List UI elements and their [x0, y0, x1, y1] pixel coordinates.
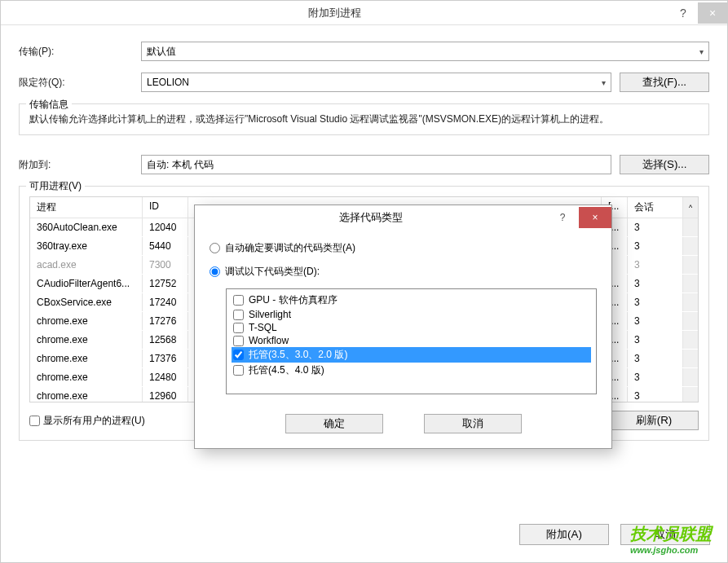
list-item[interactable]: 托管(3.5、3.0、2.0 版) — [232, 347, 591, 363]
cell-id: 17240 — [143, 293, 188, 311]
cell-id: 17376 — [143, 350, 188, 367]
list-item[interactable]: Silverlight — [232, 308, 591, 321]
attachto-field: 自动: 本机 代码 — [141, 155, 611, 174]
cell-process: CAudioFilterAgent6... — [30, 275, 143, 292]
cell-session: 3 — [628, 331, 683, 349]
debug-types-radio[interactable]: 调试以下代码类型(D): — [210, 265, 597, 279]
debug-radio-label: 调试以下代码类型(D): — [225, 265, 320, 279]
cell-process: chrome.exe — [30, 312, 143, 330]
transport-combobox[interactable]: 默认值 ▾ — [141, 42, 709, 61]
scrollbar-track[interactable] — [683, 256, 698, 274]
code-type-checkbox[interactable] — [233, 336, 244, 346]
scrollbar-track[interactable] — [683, 312, 698, 330]
select-code-type-dialog: 选择代码类型 ? × 自动确定要调试的代码类型(A) 调试以下代码类型(D): … — [194, 205, 612, 449]
help-icon[interactable]: ? — [668, 2, 698, 24]
code-type-checkbox[interactable] — [233, 310, 244, 320]
cell-process: 360AutoClean.exe — [30, 218, 143, 236]
col-session[interactable]: 会话 — [628, 197, 683, 218]
show-all-label: 显示所有用户的进程(U) — [43, 414, 145, 428]
code-type-checkbox[interactable] — [233, 350, 244, 360]
code-type-checkbox[interactable] — [233, 295, 244, 306]
list-item[interactable]: T-SQL — [232, 321, 591, 334]
scrollbar-track[interactable] — [683, 275, 698, 292]
list-item[interactable]: 托管(4.5、4.0 版) — [232, 363, 591, 378]
code-type-checkbox[interactable] — [233, 323, 244, 333]
cell-process: chrome.exe — [30, 387, 143, 402]
transport-info-text: 默认传输允许选择此计算机上的进程，或选择运行"Microsoft Visual … — [29, 112, 699, 126]
col-process[interactable]: 进程 — [30, 197, 143, 218]
code-type-label: GPU - 软件仿真程序 — [249, 293, 338, 307]
cell-id: 17276 — [143, 312, 188, 330]
cell-session: 3 — [628, 256, 683, 274]
scrollbar-track[interactable] — [683, 218, 698, 236]
modal-help-icon[interactable]: ? — [546, 207, 579, 228]
close-icon[interactable]: × — [698, 2, 727, 24]
refresh-button[interactable]: 刷新(R) — [609, 411, 699, 430]
modal-close-icon[interactable]: × — [579, 207, 611, 228]
transport-info-legend: 传输信息 — [26, 98, 72, 112]
code-type-label: Silverlight — [249, 309, 291, 320]
cell-process: chrome.exe — [30, 350, 143, 367]
scrollbar-track[interactable] — [683, 237, 698, 255]
scrollbar-track[interactable] — [683, 368, 698, 386]
cell-id: 12960 — [143, 387, 188, 402]
code-type-label: 托管(4.5、4.0 版) — [249, 363, 324, 377]
chevron-down-icon: ▾ — [602, 78, 606, 87]
code-type-checkbox[interactable] — [233, 365, 244, 376]
cell-session: 3 — [628, 293, 683, 311]
cell-id: 12568 — [143, 331, 188, 349]
select-button[interactable]: 选择(S)... — [620, 155, 709, 174]
find-button[interactable]: 查找(F)... — [620, 73, 709, 92]
scrollbar-track[interactable] — [683, 350, 698, 367]
cell-session: 3 — [628, 350, 683, 367]
transport-label: 传输(P): — [19, 45, 141, 59]
debug-radio-input[interactable] — [210, 266, 220, 277]
auto-radio-label: 自动确定要调试的代码类型(A) — [225, 241, 355, 255]
cell-session: 3 — [628, 312, 683, 330]
auto-radio-input[interactable] — [210, 243, 220, 253]
window-title: 附加到进程 — [1, 6, 668, 20]
cell-process: acad.exe — [30, 256, 143, 274]
qualifier-label: 限定符(Q): — [19, 76, 141, 90]
cell-id: 12040 — [143, 218, 188, 236]
cell-id: 5440 — [143, 237, 188, 255]
code-type-label: T-SQL — [249, 322, 277, 333]
transport-value: 默认值 — [147, 45, 176, 59]
modal-title: 选择代码类型 — [195, 210, 546, 225]
modal-cancel-button[interactable]: 取消 — [424, 414, 522, 433]
auto-detect-radio[interactable]: 自动确定要调试的代码类型(A) — [210, 241, 597, 255]
main-titlebar: 附加到进程 ? × — [1, 1, 727, 25]
col-id[interactable]: ID — [143, 197, 188, 218]
cell-id: 12480 — [143, 368, 188, 386]
cell-session: 3 — [628, 218, 683, 236]
code-type-label: 托管(3.5、3.0、2.0 版) — [249, 348, 347, 362]
cell-session: 3 — [628, 237, 683, 255]
cell-session: 3 — [628, 387, 683, 402]
scrollbar-track[interactable] — [683, 331, 698, 349]
list-item[interactable]: Workflow — [232, 334, 591, 347]
attach-button[interactable]: 附加(A) — [519, 524, 609, 545]
cancel-button[interactable]: 取消 — [620, 524, 710, 545]
list-item[interactable]: GPU - 软件仿真程序 — [232, 292, 591, 308]
show-all-checkbox-input[interactable] — [29, 416, 40, 426]
cell-process: 360tray.exe — [30, 237, 143, 255]
cell-process: chrome.exe — [30, 368, 143, 386]
attachto-value: 自动: 本机 代码 — [147, 158, 214, 172]
cell-session: 3 — [628, 368, 683, 386]
process-list-legend: 可用进程(V) — [26, 179, 85, 193]
code-type-label: Workflow — [249, 335, 289, 346]
attachto-label: 附加到: — [19, 158, 141, 172]
scrollbar-track[interactable] — [683, 387, 698, 402]
qualifier-combobox[interactable]: LEOLION ▾ — [141, 73, 611, 92]
scroll-up-icon[interactable]: ^ — [683, 197, 698, 218]
cell-id: 12752 — [143, 275, 188, 292]
scrollbar-track[interactable] — [683, 293, 698, 311]
cell-session: 3 — [628, 275, 683, 292]
qualifier-value: LEOLION — [147, 77, 189, 88]
transport-info-group: 传输信息 默认传输允许选择此计算机上的进程，或选择运行"Microsoft Vi… — [19, 103, 709, 135]
show-all-users-checkbox[interactable]: 显示所有用户的进程(U) — [29, 414, 145, 428]
cell-process: CBoxService.exe — [30, 293, 143, 311]
code-type-list[interactable]: GPU - 软件仿真程序SilverlightT-SQLWorkflow托管(3… — [226, 288, 597, 394]
cell-process: chrome.exe — [30, 331, 143, 349]
ok-button[interactable]: 确定 — [285, 414, 383, 433]
